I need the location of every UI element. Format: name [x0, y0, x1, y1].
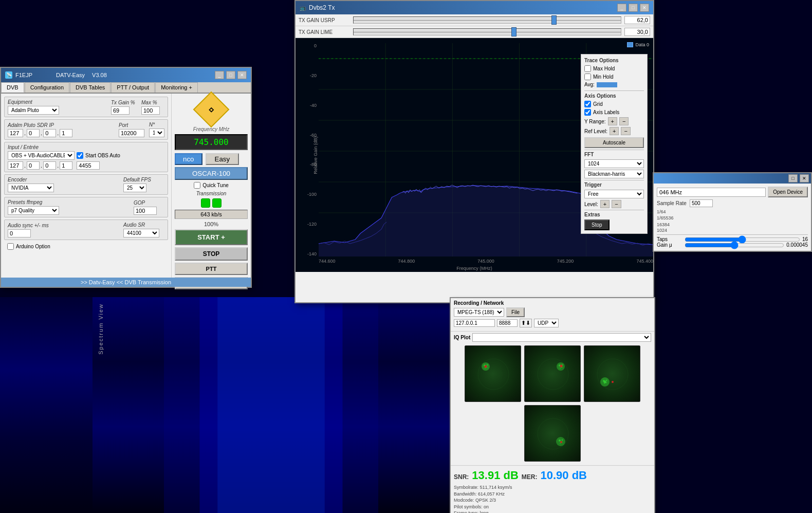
arduino-checkbox[interactable] — [7, 243, 14, 250]
ref-level-plus-btn[interactable]: + — [610, 127, 619, 135]
y-range-minus-btn[interactable]: − — [619, 117, 629, 125]
trigger-type-select[interactable]: Free — [584, 190, 644, 198]
autoscale-button[interactable]: Autoscale — [584, 137, 644, 148]
sdr-ip-2[interactable] — [27, 129, 40, 137]
tab-dvb[interactable]: DVB — [1, 82, 24, 93]
axis-labels-checkbox[interactable] — [584, 109, 591, 116]
tab-dvb-tables[interactable]: DVB Tables — [70, 82, 110, 93]
gain-mu-slider[interactable] — [685, 243, 784, 247]
input-label: Input / Entrée — [8, 144, 164, 150]
stop-button[interactable]: STOP — [175, 247, 248, 261]
trace-divider — [584, 90, 644, 91]
y-label-5: -100 — [307, 192, 317, 197]
taps-value: 16 — [802, 236, 808, 242]
level-row: Level: + − — [584, 200, 644, 208]
ptt-button[interactable]: PTT — [175, 263, 248, 275]
equipment-col: Equipment Adalm Pluto — [8, 99, 109, 115]
local-ip-2[interactable] — [27, 161, 40, 170]
sdr-close-btn[interactable]: ✕ — [800, 174, 809, 182]
sdr-panel-titlebar: □ ✕ — [654, 173, 811, 184]
fft-divider — [584, 150, 644, 150]
nco-button[interactable]: nco — [175, 153, 202, 165]
recv-port-input[interactable] — [497, 319, 518, 327]
datv-title-app: DATV-Easy — [56, 72, 85, 78]
iq-plot-select[interactable] — [472, 333, 651, 342]
local-port-input[interactable] — [77, 161, 100, 170]
frame-detail: Frame type: long — [454, 510, 651, 513]
dvbs2-minimize-btn[interactable]: _ — [617, 4, 626, 12]
lime-thumb[interactable] — [511, 27, 516, 36]
encoder-select[interactable]: NVIDIA — [8, 184, 54, 192]
sdr-restore-btn[interactable]: □ — [788, 174, 798, 182]
axis-labels-label: Axis Labels — [593, 109, 619, 115]
sdr-ip-1[interactable] — [8, 129, 23, 137]
port-arrows[interactable]: ⬆⬇ — [520, 319, 532, 327]
datv-close-btn[interactable]: ✕ — [237, 71, 247, 79]
format-select[interactable]: MPEG-TS (188) — [454, 308, 504, 317]
max-hold-row: Max Hold — [584, 65, 644, 72]
port-input[interactable] — [119, 129, 144, 137]
local-ip-3[interactable] — [43, 161, 56, 170]
iq-plot-label: IQ Plot — [454, 335, 470, 340]
quick-tune-checkbox[interactable] — [194, 182, 200, 189]
sdr-ip-4[interactable] — [60, 129, 72, 137]
oscar-100-button[interactable]: OSCAR-100 — [175, 167, 248, 180]
trace-stop-button[interactable]: Stop — [584, 219, 610, 230]
tx-gain-lime-slider[interactable] — [353, 28, 621, 35]
datv-restore-btn[interactable]: □ — [226, 71, 235, 79]
axis-options-section: Axis Options Grid Axis Labels Y Range: +… — [584, 93, 644, 148]
n-select[interactable]: 1 — [149, 129, 164, 137]
file-button[interactable]: File — [506, 307, 525, 317]
start-button[interactable]: START + — [175, 229, 248, 245]
x-axis-title: Frequency (MHz) — [456, 266, 492, 271]
start-obs-checkbox[interactable] — [77, 152, 83, 159]
quick-tune-label: Quick Tune — [202, 182, 229, 188]
iq-plot-header: IQ Plot — [454, 333, 651, 342]
fps-select[interactable]: 25 — [123, 184, 146, 192]
audio-sync-input[interactable] — [8, 229, 31, 237]
input-select[interactable]: OBS + VB-AudioCABLE — [8, 151, 75, 160]
tx-gain-lime-row: TX GAIN LIME — [296, 26, 653, 38]
avg-slider[interactable] — [597, 82, 617, 87]
local-ip-1[interactable] — [8, 161, 23, 170]
gop-input[interactable] — [134, 207, 157, 215]
presets-col: Presets ffmpeg p7 Quality — [8, 199, 132, 215]
recv-ip-input[interactable] — [454, 319, 495, 327]
spectrum-view-label: Spectrum View — [98, 303, 104, 355]
svg-point-36 — [606, 380, 607, 381]
fft-window-select[interactable]: Blackman-harris — [584, 170, 644, 178]
audio-sr-select[interactable]: 44100 — [123, 229, 159, 237]
sdr-ip-3[interactable] — [43, 129, 56, 137]
local-ip-4[interactable] — [60, 161, 72, 170]
equipment-select[interactable]: Adalm Pluto — [8, 106, 59, 115]
datv-minimize-btn[interactable]: _ — [215, 71, 224, 79]
dvbs2-close-btn[interactable]: ✕ — [640, 4, 649, 12]
green-dot-1 — [201, 198, 210, 208]
min-hold-checkbox[interactable] — [584, 74, 591, 80]
y-label-2: -40 — [310, 103, 317, 108]
max-input[interactable] — [141, 106, 160, 115]
tx-gain-lime-value[interactable] — [624, 28, 650, 36]
y-range-plus-btn[interactable]: + — [608, 117, 617, 125]
level-minus-btn[interactable]: − — [612, 200, 621, 208]
tx-gain-usrp-slider[interactable] — [353, 16, 621, 24]
easy-button[interactable]: Easy — [206, 153, 239, 165]
diamond-container: ⋄ — [198, 97, 224, 122]
dvbs2-restore-btn[interactable]: □ — [629, 4, 638, 12]
presets-select[interactable]: p7 Quality — [8, 206, 59, 215]
tab-ptt-output[interactable]: PTT / Output — [111, 82, 155, 93]
level-plus-btn[interactable]: + — [600, 200, 610, 208]
tx-gain-usrp-value[interactable] — [624, 16, 650, 24]
min-hold-label: Min Hold — [593, 74, 613, 80]
open-device-btn[interactable]: Open Device — [768, 187, 808, 197]
fps-label: Default FPS — [123, 177, 164, 182]
fft-size-select[interactable]: 1024 — [584, 159, 644, 168]
grid-checkbox[interactable] — [584, 101, 591, 107]
tx-gain-input[interactable] — [111, 106, 130, 115]
usrp-thumb[interactable] — [551, 15, 557, 25]
tab-configuration[interactable]: Configuration — [25, 82, 69, 93]
protocol-select[interactable]: UDP — [534, 319, 559, 327]
tab-monitoring[interactable]: Monitoring + — [155, 82, 198, 93]
max-hold-checkbox[interactable] — [584, 65, 591, 72]
ref-level-minus-btn[interactable]: − — [621, 127, 630, 135]
